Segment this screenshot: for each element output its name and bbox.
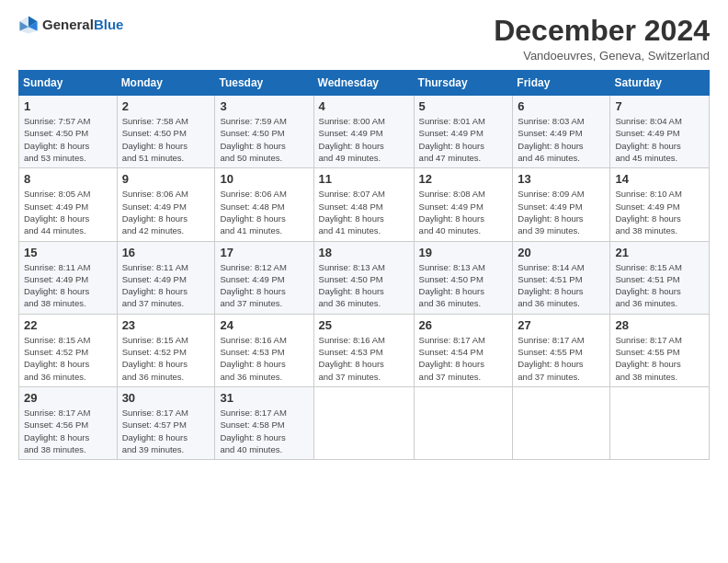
cell-detail: Sunrise: 7:57 AMSunset: 4:50 PMDaylight:… [24, 115, 112, 164]
cell-day-number: 11 [319, 172, 409, 186]
logo: GeneralBlue [18, 15, 123, 35]
logo-blue: Blue [94, 17, 124, 32]
cell-detail: Sunrise: 8:17 AMSunset: 4:54 PMDaylight:… [419, 334, 508, 383]
cell-day-number: 26 [419, 318, 508, 332]
cell-detail: Sunrise: 8:05 AMSunset: 4:49 PMDaylight:… [24, 188, 112, 236]
calendar-cell: 24Sunrise: 8:16 AMSunset: 4:53 PMDayligh… [215, 314, 313, 386]
subtitle: Vandoeuvres, Geneva, Switzerland [494, 49, 710, 63]
logo-icon [18, 15, 39, 35]
calendar-header-sunday: Sunday [19, 71, 118, 96]
cell-detail: Sunrise: 8:03 AMSunset: 4:49 PMDaylight:… [518, 115, 605, 164]
cell-day-number: 4 [319, 99, 409, 113]
cell-day-number: 3 [220, 99, 308, 113]
calendar-cell: 1Sunrise: 7:57 AMSunset: 4:50 PMDaylight… [19, 96, 118, 168]
cell-detail: Sunrise: 8:12 AMSunset: 4:49 PMDaylight:… [220, 261, 308, 310]
calendar-cell [414, 386, 513, 459]
cell-day-number: 7 [615, 99, 704, 113]
cell-day-number: 12 [419, 172, 508, 186]
cell-day-number: 30 [122, 391, 210, 405]
calendar-week-2: 8Sunrise: 8:05 AMSunset: 4:49 PMDaylight… [19, 168, 710, 241]
cell-detail: Sunrise: 8:13 AMSunset: 4:50 PMDaylight:… [319, 261, 409, 310]
calendar-cell: 17Sunrise: 8:12 AMSunset: 4:49 PMDayligh… [215, 241, 313, 314]
cell-day-number: 1 [24, 99, 112, 113]
cell-day-number: 16 [122, 246, 210, 259]
calendar-week-1: 1Sunrise: 7:57 AMSunset: 4:50 PMDaylight… [19, 96, 710, 168]
cell-day-number: 21 [615, 246, 704, 259]
title-block: December 2024 Vandoeuvres, Geneva, Switz… [494, 15, 710, 63]
cell-detail: Sunrise: 8:06 AMSunset: 4:49 PMDaylight:… [122, 188, 210, 236]
cell-detail: Sunrise: 8:11 AMSunset: 4:49 PMDaylight:… [24, 261, 112, 310]
cell-day-number: 29 [24, 391, 112, 405]
cell-detail: Sunrise: 7:58 AMSunset: 4:50 PMDaylight:… [122, 115, 210, 164]
main-title: December 2024 [494, 15, 710, 47]
calendar-cell: 22Sunrise: 8:15 AMSunset: 4:52 PMDayligh… [19, 314, 118, 386]
cell-detail: Sunrise: 8:17 AMSunset: 4:55 PMDaylight:… [615, 334, 704, 383]
cell-detail: Sunrise: 8:16 AMSunset: 4:53 PMDaylight:… [319, 334, 409, 383]
cell-detail: Sunrise: 8:17 AMSunset: 4:57 PMDaylight:… [122, 407, 210, 455]
calendar-cell: 13Sunrise: 8:09 AMSunset: 4:49 PMDayligh… [513, 168, 610, 241]
calendar-cell: 23Sunrise: 8:15 AMSunset: 4:52 PMDayligh… [117, 314, 215, 386]
calendar-header-monday: Monday [117, 71, 215, 96]
cell-detail: Sunrise: 7:59 AMSunset: 4:50 PMDaylight:… [220, 115, 308, 164]
calendar-cell: 12Sunrise: 8:08 AMSunset: 4:49 PMDayligh… [414, 168, 513, 241]
cell-detail: Sunrise: 8:15 AMSunset: 4:52 PMDaylight:… [122, 334, 210, 383]
cell-day-number: 9 [122, 172, 210, 186]
cell-detail: Sunrise: 8:00 AMSunset: 4:49 PMDaylight:… [319, 115, 409, 164]
calendar-header-friday: Friday [513, 71, 610, 96]
calendar-cell [313, 386, 414, 459]
calendar-cell: 5Sunrise: 8:01 AMSunset: 4:49 PMDaylight… [414, 96, 513, 168]
calendar-cell: 10Sunrise: 8:06 AMSunset: 4:48 PMDayligh… [215, 168, 313, 241]
calendar-cell: 15Sunrise: 8:11 AMSunset: 4:49 PMDayligh… [19, 241, 118, 314]
calendar-header-thursday: Thursday [414, 71, 513, 96]
cell-day-number: 8 [24, 172, 112, 186]
calendar-cell: 16Sunrise: 8:11 AMSunset: 4:49 PMDayligh… [117, 241, 215, 314]
calendar-cell: 28Sunrise: 8:17 AMSunset: 4:55 PMDayligh… [610, 314, 710, 386]
calendar-cell: 29Sunrise: 8:17 AMSunset: 4:56 PMDayligh… [19, 386, 118, 459]
cell-detail: Sunrise: 8:08 AMSunset: 4:49 PMDaylight:… [419, 188, 508, 236]
calendar-cell: 30Sunrise: 8:17 AMSunset: 4:57 PMDayligh… [117, 386, 215, 459]
header: GeneralBlue December 2024 Vandoeuvres, G… [18, 15, 710, 63]
calendar-header-wednesday: Wednesday [313, 71, 414, 96]
calendar-cell: 14Sunrise: 8:10 AMSunset: 4:49 PMDayligh… [610, 168, 710, 241]
cell-detail: Sunrise: 8:17 AMSunset: 4:58 PMDaylight:… [220, 407, 308, 455]
calendar-table: SundayMondayTuesdayWednesdayThursdayFrid… [18, 70, 710, 460]
cell-detail: Sunrise: 8:14 AMSunset: 4:51 PMDaylight:… [518, 261, 605, 310]
calendar-cell: 9Sunrise: 8:06 AMSunset: 4:49 PMDaylight… [117, 168, 215, 241]
cell-day-number: 18 [319, 246, 409, 259]
cell-day-number: 14 [615, 172, 704, 186]
calendar-cell: 8Sunrise: 8:05 AMSunset: 4:49 PMDaylight… [19, 168, 118, 241]
calendar-cell: 11Sunrise: 8:07 AMSunset: 4:48 PMDayligh… [313, 168, 414, 241]
cell-day-number: 6 [518, 99, 605, 113]
cell-detail: Sunrise: 8:16 AMSunset: 4:53 PMDaylight:… [220, 334, 308, 383]
calendar-cell: 19Sunrise: 8:13 AMSunset: 4:50 PMDayligh… [414, 241, 513, 314]
cell-detail: Sunrise: 8:06 AMSunset: 4:48 PMDaylight:… [220, 188, 308, 236]
cell-day-number: 27 [518, 318, 605, 332]
calendar-cell: 2Sunrise: 7:58 AMSunset: 4:50 PMDaylight… [117, 96, 215, 168]
cell-detail: Sunrise: 8:13 AMSunset: 4:50 PMDaylight:… [419, 261, 508, 310]
calendar-cell: 26Sunrise: 8:17 AMSunset: 4:54 PMDayligh… [414, 314, 513, 386]
cell-detail: Sunrise: 8:17 AMSunset: 4:56 PMDaylight:… [24, 407, 112, 455]
calendar-cell: 6Sunrise: 8:03 AMSunset: 4:49 PMDaylight… [513, 96, 610, 168]
cell-day-number: 24 [220, 318, 308, 332]
cell-day-number: 17 [220, 246, 308, 259]
cell-detail: Sunrise: 8:10 AMSunset: 4:49 PMDaylight:… [615, 188, 704, 236]
calendar-week-5: 29Sunrise: 8:17 AMSunset: 4:56 PMDayligh… [19, 386, 710, 459]
cell-detail: Sunrise: 8:17 AMSunset: 4:55 PMDaylight:… [518, 334, 605, 383]
cell-day-number: 19 [419, 246, 508, 259]
logo-general: General [42, 17, 94, 32]
calendar-header-saturday: Saturday [610, 71, 710, 96]
cell-day-number: 22 [24, 318, 112, 332]
calendar-cell: 3Sunrise: 7:59 AMSunset: 4:50 PMDaylight… [215, 96, 313, 168]
cell-day-number: 15 [24, 246, 112, 259]
calendar-header-row: SundayMondayTuesdayWednesdayThursdayFrid… [19, 71, 710, 96]
calendar-week-4: 22Sunrise: 8:15 AMSunset: 4:52 PMDayligh… [19, 314, 710, 386]
calendar-week-3: 15Sunrise: 8:11 AMSunset: 4:49 PMDayligh… [19, 241, 710, 314]
cell-detail: Sunrise: 8:15 AMSunset: 4:52 PMDaylight:… [24, 334, 112, 383]
cell-detail: Sunrise: 8:07 AMSunset: 4:48 PMDaylight:… [319, 188, 409, 236]
cell-detail: Sunrise: 8:11 AMSunset: 4:49 PMDaylight:… [122, 261, 210, 310]
cell-day-number: 10 [220, 172, 308, 186]
cell-day-number: 31 [220, 391, 308, 405]
calendar-cell: 18Sunrise: 8:13 AMSunset: 4:50 PMDayligh… [313, 241, 414, 314]
cell-detail: Sunrise: 8:09 AMSunset: 4:49 PMDaylight:… [518, 188, 605, 236]
cell-day-number: 2 [122, 99, 210, 113]
